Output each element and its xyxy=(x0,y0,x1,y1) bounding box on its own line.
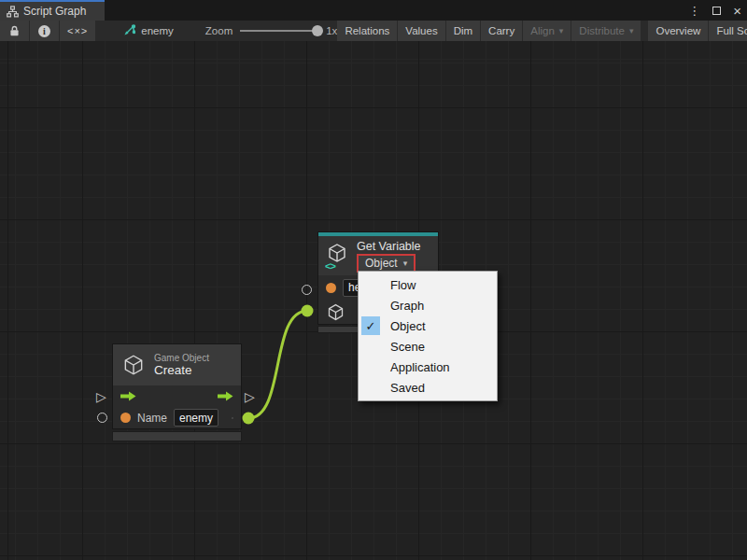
menu-item-flow[interactable]: Flow xyxy=(359,274,497,295)
tab-label: Script Graph xyxy=(23,5,86,18)
node-category: Game Object xyxy=(154,353,209,363)
variable-kind-dropdown[interactable]: Object ▾ xyxy=(357,254,416,273)
flow-row xyxy=(113,385,241,407)
create-body: Name enemy xyxy=(113,385,241,428)
string-port-icon[interactable] xyxy=(326,283,336,293)
menu-item-application[interactable]: Application xyxy=(359,357,497,377)
wire-source-port[interactable] xyxy=(243,413,255,425)
graph-name: enemy xyxy=(141,25,174,36)
lock-icon xyxy=(8,24,21,37)
node-title: Get Variable xyxy=(357,240,421,253)
script-graph-window: Script Graph ⋮ × i <×> xyxy=(0,0,747,560)
variable-name-port[interactable] xyxy=(302,285,312,295)
angle-brackets-icon: <> xyxy=(325,260,335,272)
relations-button[interactable]: Relations xyxy=(337,21,397,41)
close-icon[interactable]: × xyxy=(733,4,741,18)
chevron-down-icon: ▾ xyxy=(403,259,408,268)
create-footer xyxy=(112,431,242,441)
lock-button[interactable] xyxy=(0,21,29,41)
full-screen-button[interactable]: Full Screen xyxy=(709,21,747,41)
more-menu-icon[interactable]: ⋮ xyxy=(688,5,700,17)
title-bar: Script Graph ⋮ × xyxy=(0,0,747,21)
distribute-button[interactable]: Distribute ▾ xyxy=(571,21,641,41)
info-button[interactable]: i xyxy=(30,21,59,41)
dim-button[interactable]: Dim xyxy=(446,21,480,41)
variable-kind-value: Object xyxy=(365,257,398,270)
graph-icon xyxy=(122,24,135,37)
info-icon: i xyxy=(38,25,50,37)
align-button[interactable]: Align ▾ xyxy=(523,21,571,41)
hierarchy-icon xyxy=(7,6,19,18)
code-toggle-button[interactable]: <×> xyxy=(60,21,95,41)
menu-item-object[interactable]: ✓ Object xyxy=(359,315,497,336)
create-node[interactable]: Game Object Create Name enem xyxy=(112,343,242,429)
zoom-slider[interactable] xyxy=(240,30,318,32)
menu-item-saved[interactable]: Saved xyxy=(359,377,497,398)
create-header: Game Object Create xyxy=(113,344,241,385)
overview-button[interactable]: Overview xyxy=(648,21,708,41)
flow-input-port[interactable]: ▷ xyxy=(96,390,106,403)
name-input[interactable]: enemy xyxy=(174,409,218,427)
align-label: Align xyxy=(530,25,555,36)
name-input-port[interactable] xyxy=(97,413,107,423)
distribute-label: Distribute xyxy=(579,25,625,36)
tab-script-graph[interactable]: Script Graph xyxy=(0,0,105,21)
gameobject-port-cube-icon[interactable] xyxy=(326,302,345,322)
flow-output-port[interactable]: ▷ xyxy=(245,390,255,403)
carry-button[interactable]: Carry xyxy=(481,21,522,41)
zoom-label: Zoom xyxy=(205,25,233,36)
graph-canvas[interactable]: <> Get Variable Object ▾ he xyxy=(0,41,747,560)
zoom-value: 1x xyxy=(326,25,337,36)
name-row: Name enemy xyxy=(113,407,241,428)
name-label: Name xyxy=(137,412,167,425)
string-port-icon[interactable] xyxy=(120,413,131,423)
gameobject-output-cube-icon[interactable] xyxy=(232,409,233,427)
menu-item-scene[interactable]: Scene xyxy=(359,336,497,357)
graph-toolbar: i <×> enemy Zoom 1x Rela xyxy=(0,21,747,41)
zoom-control: Zoom 1x xyxy=(205,21,338,41)
flow-out-arrow-icon[interactable] xyxy=(218,391,233,401)
values-button[interactable]: Values xyxy=(398,21,444,41)
variable-kind-menu: Flow Graph ✓ Object Scene Application Sa… xyxy=(358,271,498,401)
gameobject-cube-icon xyxy=(121,353,146,377)
menu-item-label: Object xyxy=(390,319,426,333)
variable-cube-icon: <> xyxy=(326,242,350,270)
menu-item-graph[interactable]: Graph xyxy=(359,295,497,315)
chevron-down-icon: ▾ xyxy=(629,26,634,35)
node-title: Create xyxy=(154,363,209,377)
zoom-slider-handle[interactable] xyxy=(312,25,323,36)
maximize-icon[interactable] xyxy=(712,7,721,15)
check-icon: ✓ xyxy=(361,316,380,335)
graph-breadcrumb[interactable]: enemy xyxy=(117,21,179,41)
code-icon: <×> xyxy=(67,25,88,36)
chevron-down-icon: ▾ xyxy=(559,26,564,35)
flow-in-arrow-icon[interactable] xyxy=(120,391,136,401)
wire-target-port[interactable] xyxy=(302,305,314,317)
window-controls: ⋮ × xyxy=(688,0,741,21)
get-variable-header: <> Get Variable Object ▾ xyxy=(318,236,438,275)
